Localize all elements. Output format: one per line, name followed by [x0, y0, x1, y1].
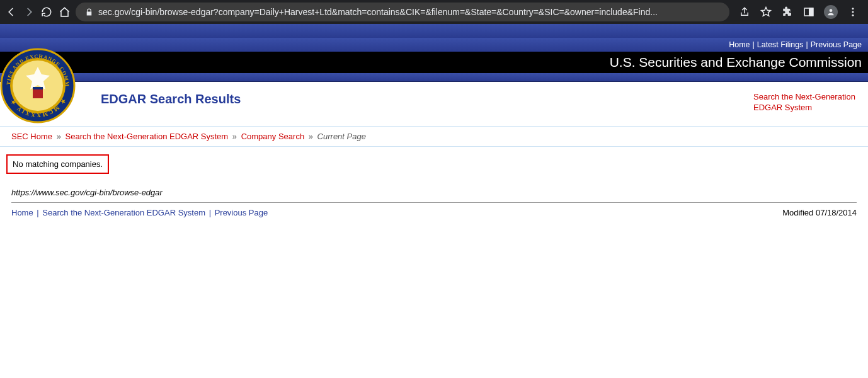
- bookmark-star-icon[interactable]: [760, 6, 772, 18]
- bc-next-gen[interactable]: Search the Next-Generation EDGAR System: [66, 132, 229, 141]
- svg-point-4: [852, 11, 854, 13]
- extensions-icon[interactable]: [781, 6, 794, 18]
- lock-icon: [84, 8, 93, 16]
- title-right-link-box: Search the Next-Generation EDGAR System: [753, 92, 860, 113]
- footer-divider: [11, 202, 857, 203]
- sec-seal-icon: SECURITIES AND EXCHANGE COMMISSION ★ MCM…: [0, 48, 76, 123]
- forward-button[interactable]: [23, 6, 35, 18]
- url-line: https://www.sec.gov/cgi-bin/browse-edgar: [11, 188, 857, 197]
- footer-links: Home | Search the Next-Generation EDGAR …: [11, 208, 268, 217]
- banner-black-band: U.S. Securities and Exchange Commission: [0, 52, 868, 73]
- footer-previous-link[interactable]: Previous Page: [215, 208, 268, 217]
- url-text: sec.gov/cgi-bin/browse-edgar?company=Dai…: [98, 7, 721, 17]
- banner-top-stripe: [0, 24, 868, 38]
- svg-point-3: [852, 8, 854, 9]
- svg-rect-10: [33, 87, 43, 89]
- banner-bottom-stripe: [0, 73, 868, 82]
- nav-latest-link[interactable]: Latest Filings: [757, 40, 804, 49]
- svg-rect-1: [809, 8, 813, 16]
- address-bar[interactable]: sec.gov/cgi-bin/browse-edgar?company=Dai…: [76, 3, 729, 21]
- svg-point-2: [830, 9, 833, 12]
- footer-home-link[interactable]: Home: [11, 208, 33, 217]
- footer-modified: Modified 07/18/2014: [782, 208, 857, 217]
- kebab-menu-icon[interactable]: [847, 6, 859, 18]
- nav-previous-link[interactable]: Previous Page: [811, 40, 862, 49]
- profile-avatar[interactable]: [824, 5, 838, 19]
- share-icon[interactable]: [738, 6, 751, 18]
- nav-sep: |: [753, 40, 755, 49]
- svg-point-5: [852, 14, 854, 16]
- panel-icon[interactable]: [802, 6, 815, 18]
- bc-current: Current Page: [317, 132, 366, 141]
- footer-row: Home | Search the Next-Generation EDGAR …: [0, 205, 868, 220]
- home-button[interactable]: [58, 6, 71, 18]
- nav-home-link[interactable]: Home: [729, 40, 750, 49]
- footer-next-gen-link[interactable]: Search the Next-Generation EDGAR System: [42, 208, 205, 217]
- page-title: EDGAR Search Results: [101, 92, 241, 106]
- title-row: EDGAR Search Results Search the Next-Gen…: [0, 82, 868, 126]
- browser-toolbar: sec.gov/cgi-bin/browse-edgar?company=Dai…: [0, 0, 868, 24]
- org-title: U.S. Securities and Exchange Commission: [610, 55, 862, 70]
- bc-sec-home[interactable]: SEC Home: [11, 132, 52, 141]
- no-match-message: No matching companies.: [6, 154, 109, 174]
- reload-button[interactable]: [40, 6, 53, 18]
- breadcrumb: SEC Home » Search the Next-Generation ED…: [0, 126, 868, 147]
- sec-banner: Home | Latest Filings | Previous Page U.…: [0, 24, 868, 82]
- browser-right-controls: [734, 5, 863, 19]
- banner-nav: Home | Latest Filings | Previous Page: [0, 38, 868, 52]
- footer-sep: |: [37, 208, 38, 217]
- back-button[interactable]: [5, 6, 18, 18]
- next-gen-link[interactable]: Search the Next-Generation EDGAR System: [753, 92, 855, 112]
- nav-sep: |: [806, 40, 808, 49]
- bc-sep: »: [57, 132, 61, 141]
- bc-company-search[interactable]: Company Search: [241, 132, 304, 141]
- footer-sep: |: [209, 208, 211, 217]
- bc-sep: »: [309, 132, 313, 141]
- bc-sep: »: [232, 132, 237, 141]
